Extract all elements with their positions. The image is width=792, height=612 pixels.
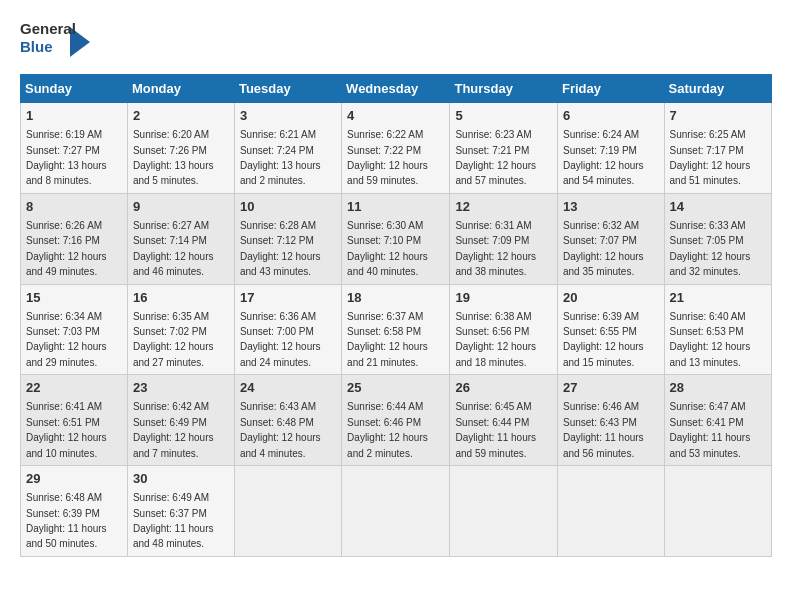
calendar-day-20: 20Sunrise: 6:39 AMSunset: 6:55 PMDayligh…	[558, 284, 665, 375]
day-number: 23	[133, 379, 229, 397]
day-number: 21	[670, 289, 766, 307]
day-number: 12	[455, 198, 552, 216]
calendar-day-28: 28Sunrise: 6:47 AMSunset: 6:41 PMDayligh…	[664, 375, 771, 466]
day-number: 13	[563, 198, 659, 216]
calendar-week-3: 15Sunrise: 6:34 AMSunset: 7:03 PMDayligh…	[21, 284, 772, 375]
calendar-day-12: 12Sunrise: 6:31 AMSunset: 7:09 PMDayligh…	[450, 193, 558, 284]
day-number: 19	[455, 289, 552, 307]
day-number: 25	[347, 379, 444, 397]
calendar-day-14: 14Sunrise: 6:33 AMSunset: 7:05 PMDayligh…	[664, 193, 771, 284]
calendar-header-friday: Friday	[558, 75, 665, 103]
calendar-day-10: 10Sunrise: 6:28 AMSunset: 7:12 PMDayligh…	[234, 193, 341, 284]
calendar-table: SundayMondayTuesdayWednesdayThursdayFrid…	[20, 74, 772, 557]
calendar-day-21: 21Sunrise: 6:40 AMSunset: 6:53 PMDayligh…	[664, 284, 771, 375]
day-number: 30	[133, 470, 229, 488]
calendar-header-wednesday: Wednesday	[342, 75, 450, 103]
day-number: 10	[240, 198, 336, 216]
calendar-day-17: 17Sunrise: 6:36 AMSunset: 7:00 PMDayligh…	[234, 284, 341, 375]
calendar-day-26: 26Sunrise: 6:45 AMSunset: 6:44 PMDayligh…	[450, 375, 558, 466]
calendar-day-7: 7Sunrise: 6:25 AMSunset: 7:17 PMDaylight…	[664, 103, 771, 194]
calendar-day-empty	[342, 466, 450, 557]
calendar-day-empty	[664, 466, 771, 557]
day-number: 9	[133, 198, 229, 216]
calendar-header-row: SundayMondayTuesdayWednesdayThursdayFrid…	[21, 75, 772, 103]
logo: General Blue	[20, 20, 90, 64]
logo-graphic: General Blue	[20, 20, 70, 64]
calendar-day-empty	[558, 466, 665, 557]
day-number: 5	[455, 107, 552, 125]
calendar-day-23: 23Sunrise: 6:42 AMSunset: 6:49 PMDayligh…	[127, 375, 234, 466]
calendar-header-monday: Monday	[127, 75, 234, 103]
day-number: 15	[26, 289, 122, 307]
calendar-day-9: 9Sunrise: 6:27 AMSunset: 7:14 PMDaylight…	[127, 193, 234, 284]
calendar-week-2: 8Sunrise: 6:26 AMSunset: 7:16 PMDaylight…	[21, 193, 772, 284]
calendar-day-6: 6Sunrise: 6:24 AMSunset: 7:19 PMDaylight…	[558, 103, 665, 194]
calendar-day-18: 18Sunrise: 6:37 AMSunset: 6:58 PMDayligh…	[342, 284, 450, 375]
calendar-day-11: 11Sunrise: 6:30 AMSunset: 7:10 PMDayligh…	[342, 193, 450, 284]
calendar-day-29: 29Sunrise: 6:48 AMSunset: 6:39 PMDayligh…	[21, 466, 128, 557]
calendar-week-5: 29Sunrise: 6:48 AMSunset: 6:39 PMDayligh…	[21, 466, 772, 557]
calendar-day-3: 3Sunrise: 6:21 AMSunset: 7:24 PMDaylight…	[234, 103, 341, 194]
logo-blue: Blue	[20, 38, 70, 56]
day-number: 29	[26, 470, 122, 488]
day-number: 20	[563, 289, 659, 307]
day-number: 4	[347, 107, 444, 125]
calendar-day-13: 13Sunrise: 6:32 AMSunset: 7:07 PMDayligh…	[558, 193, 665, 284]
calendar-day-22: 22Sunrise: 6:41 AMSunset: 6:51 PMDayligh…	[21, 375, 128, 466]
day-number: 14	[670, 198, 766, 216]
day-number: 7	[670, 107, 766, 125]
calendar-day-27: 27Sunrise: 6:46 AMSunset: 6:43 PMDayligh…	[558, 375, 665, 466]
page-header: General Blue	[20, 20, 772, 64]
day-number: 18	[347, 289, 444, 307]
day-number: 6	[563, 107, 659, 125]
day-number: 22	[26, 379, 122, 397]
calendar-day-2: 2Sunrise: 6:20 AMSunset: 7:26 PMDaylight…	[127, 103, 234, 194]
calendar-day-4: 4Sunrise: 6:22 AMSunset: 7:22 PMDaylight…	[342, 103, 450, 194]
calendar-day-19: 19Sunrise: 6:38 AMSunset: 6:56 PMDayligh…	[450, 284, 558, 375]
day-number: 16	[133, 289, 229, 307]
day-number: 28	[670, 379, 766, 397]
calendar-day-empty	[450, 466, 558, 557]
day-number: 26	[455, 379, 552, 397]
day-number: 17	[240, 289, 336, 307]
calendar-day-1: 1Sunrise: 6:19 AMSunset: 7:27 PMDaylight…	[21, 103, 128, 194]
calendar-header-tuesday: Tuesday	[234, 75, 341, 103]
day-number: 27	[563, 379, 659, 397]
calendar-day-30: 30Sunrise: 6:49 AMSunset: 6:37 PMDayligh…	[127, 466, 234, 557]
calendar-header-sunday: Sunday	[21, 75, 128, 103]
day-number: 2	[133, 107, 229, 125]
calendar-header-thursday: Thursday	[450, 75, 558, 103]
calendar-header-saturday: Saturday	[664, 75, 771, 103]
calendar-day-25: 25Sunrise: 6:44 AMSunset: 6:46 PMDayligh…	[342, 375, 450, 466]
day-number: 3	[240, 107, 336, 125]
day-number: 1	[26, 107, 122, 125]
calendar-day-24: 24Sunrise: 6:43 AMSunset: 6:48 PMDayligh…	[234, 375, 341, 466]
calendar-day-16: 16Sunrise: 6:35 AMSunset: 7:02 PMDayligh…	[127, 284, 234, 375]
calendar-day-15: 15Sunrise: 6:34 AMSunset: 7:03 PMDayligh…	[21, 284, 128, 375]
day-number: 11	[347, 198, 444, 216]
logo-container: General Blue	[20, 20, 90, 64]
day-number: 8	[26, 198, 122, 216]
calendar-day-empty	[234, 466, 341, 557]
calendar-week-1: 1Sunrise: 6:19 AMSunset: 7:27 PMDaylight…	[21, 103, 772, 194]
calendar-week-4: 22Sunrise: 6:41 AMSunset: 6:51 PMDayligh…	[21, 375, 772, 466]
calendar-day-8: 8Sunrise: 6:26 AMSunset: 7:16 PMDaylight…	[21, 193, 128, 284]
day-number: 24	[240, 379, 336, 397]
calendar-day-5: 5Sunrise: 6:23 AMSunset: 7:21 PMDaylight…	[450, 103, 558, 194]
logo-general: General	[20, 20, 70, 38]
